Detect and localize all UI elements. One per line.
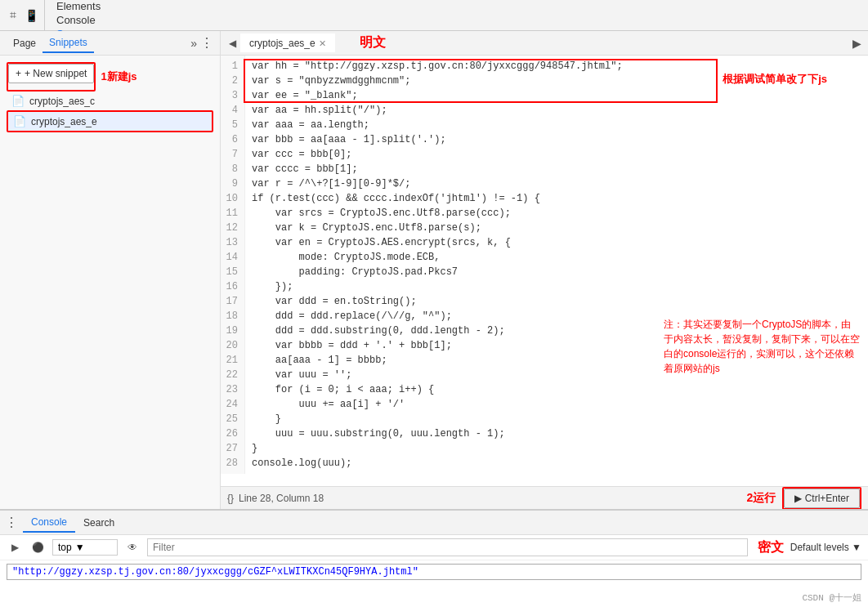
code-line-13: var en = CryptoJS.AES.encrypt(srcs, k, {: [252, 235, 861, 250]
annotation-miwen: 密文: [758, 539, 784, 556]
snippet-item-cryptojs_aes_e[interactable]: 📄cryptojs_aes_e: [7, 110, 213, 132]
code-line-27: }: [252, 441, 861, 456]
code-area: ◀ cryptojs_aes_e ✕ 明文 ▶ 根据调试简单改了下js 1234…: [221, 31, 868, 509]
sidebar-tab-snippets[interactable]: Snippets: [43, 33, 94, 53]
sidebar-more-icon[interactable]: »: [190, 37, 197, 50]
code-line-15: padding: CryptoJS.pad.Pkcs7: [252, 265, 861, 279]
annotation-2run: 2运行: [747, 491, 776, 506]
line-number-21: 21: [224, 353, 238, 368]
console-output-line: "http://ggzy.xzsp.tj.gov.cn:80/jyxxcggg/…: [7, 564, 861, 580]
code-position-label: Line 28, Column 18: [239, 493, 324, 504]
chevron-down-icon: ▼: [75, 542, 85, 553]
console-tab-bar: ⋮ Console Search: [0, 511, 868, 535]
sidebar-tab-bar: Page Snippets » ⋮: [0, 31, 220, 56]
line-number-27: 27: [224, 441, 238, 456]
line-number-16: 16: [224, 279, 238, 294]
line-number-19: 19: [224, 324, 238, 338]
snippet-name-label: cryptojs_aes_e: [31, 116, 97, 127]
code-tab-prev-btn[interactable]: ◀: [224, 35, 240, 51]
line-number-28: 28: [224, 456, 238, 471]
toolbar-tab-console[interactable]: Console: [45, 14, 128, 28]
sidebar-menu-icon[interactable]: ⋮: [200, 35, 213, 51]
console-eye-icon[interactable]: 👁: [124, 539, 141, 556]
console-filter-input[interactable]: [147, 538, 748, 556]
console-context-select[interactable]: top ▼: [52, 539, 118, 556]
code-line-7: var ccc = bbb[0];: [252, 147, 861, 162]
snippet-list: 📄cryptojs_aes_c📄cryptojs_aes_e: [7, 91, 213, 132]
code-line-23: for (i = 0; i < aaa; i++) {: [252, 382, 861, 397]
toolbar-tabs: ElementsConsoleSourcesNetworkPerformance…: [45, 0, 128, 30]
console-tab-search[interactable]: Search: [75, 514, 123, 532]
line-number-11: 11: [224, 206, 238, 221]
line-number-18: 18: [224, 309, 238, 324]
code-tab-scroll-right-btn[interactable]: ▶: [848, 35, 865, 51]
line-number-10: 10: [224, 191, 238, 206]
code-line-12: var k = CryptoJS.enc.Utf8.parse(s);: [252, 221, 861, 235]
code-line-8: var cccc = bbb[1];: [252, 162, 861, 176]
line-number-4: 4: [224, 103, 238, 118]
inspect-icon[interactable]: ⌗: [7, 9, 20, 22]
line-number-6: 6: [224, 132, 238, 147]
code-tab-close-icon[interactable]: ✕: [319, 38, 326, 49]
code-line-10: if (r.test(ccc) && cccc.indexOf('jhtml')…: [252, 191, 861, 206]
line-number-9: 9: [224, 176, 238, 191]
run-button[interactable]: ▶ Ctrl+Enter: [784, 489, 860, 508]
line-number-12: 12: [224, 221, 238, 235]
console-output: "http://ggzy.xzsp.tj.gov.cn:80/jyxxcggg/…: [0, 560, 868, 607]
devtools-toolbar: ⌗ 📱 ElementsConsoleSourcesNetworkPerform…: [0, 0, 868, 31]
code-line-18: ddd = ddd.replace(/\//g, "^");: [252, 309, 861, 324]
code-braces-icon: {}: [227, 493, 234, 504]
code-tab-bar: ◀ cryptojs_aes_e ✕ 明文 ▶: [221, 31, 868, 56]
code-line-6: var bbb = aa[aaa - 1].split('.');: [252, 132, 861, 147]
toolbar-tab-elements[interactable]: Elements: [45, 0, 128, 14]
console-exec-icon[interactable]: ▶: [7, 539, 23, 556]
code-line-20: var bbbb = ddd + '.' + bbb[1];: [252, 338, 861, 353]
line-number-7: 7: [224, 147, 238, 162]
line-number-15: 15: [224, 265, 238, 279]
sidebar: Page Snippets » ⋮ + + New snippet 1新建js …: [0, 31, 221, 509]
code-bottom-bar: {} Line 28, Column 18 2运行 ▶ Ctrl+Enter: [221, 486, 868, 509]
code-line-1: var hh = "http://ggzy.xzsp.tj.gov.cn:80/…: [252, 59, 861, 74]
annotation-1js: 1新建js: [101, 69, 136, 84]
snippet-item-cryptojs_aes_c[interactable]: 📄cryptojs_aes_c: [7, 91, 213, 110]
snippet-name-label: cryptojs_aes_c: [29, 96, 95, 107]
console-menu-icon[interactable]: ⋮: [3, 515, 20, 531]
code-line-2: var s = "qnbyzzwmdgghmcnm";: [252, 74, 861, 88]
line-number-5: 5: [224, 118, 238, 132]
code-line-14: mode: CryptoJS.mode.ECB,: [252, 250, 861, 265]
code-line-24: uuu += aa[i] + '/': [252, 397, 861, 412]
sidebar-tab-page[interactable]: Page: [7, 34, 43, 52]
code-line-25: }: [252, 412, 861, 426]
line-number-24: 24: [224, 397, 238, 412]
console-levels-dropdown[interactable]: Default levels ▼: [790, 542, 861, 553]
device-icon[interactable]: 📱: [25, 9, 38, 22]
line-number-3: 3: [224, 88, 238, 103]
code-line-19: ddd = ddd.substring(0, ddd.length - 2);: [252, 324, 861, 338]
new-snippet-button[interactable]: + + New snippet: [8, 64, 94, 83]
line-number-17: 17: [224, 294, 238, 309]
code-tab-label: cryptojs_aes_e: [249, 38, 315, 49]
console-tab-console[interactable]: Console: [23, 513, 75, 533]
code-editor[interactable]: 根据调试简单改了下js 1234567891011121314151617181…: [221, 56, 868, 486]
line-numbers: 1234567891011121314151617181920212223242…: [221, 56, 245, 474]
line-number-14: 14: [224, 250, 238, 265]
console-section: ⋮ Console Search ▶ ⚫ top ▼ 👁 密文 Default …: [0, 509, 868, 607]
csdn-watermark: CSDN @十一姐: [802, 591, 861, 604]
code-line-4: var aa = hh.split("/");: [252, 103, 861, 118]
line-number-1: 1: [224, 59, 238, 74]
code-content[interactable]: var hh = "http://ggzy.xzsp.tj.gov.cn:80/…: [245, 56, 868, 474]
line-number-8: 8: [224, 162, 238, 176]
code-lines: 1234567891011121314151617181920212223242…: [221, 56, 868, 474]
console-stop-icon[interactable]: ⚫: [29, 539, 46, 556]
code-line-22: var uuu = '';: [252, 368, 861, 382]
code-line-16: });: [252, 279, 861, 294]
code-line-17: var ddd = en.toString();: [252, 294, 861, 309]
new-snippet-label: + New snippet: [25, 68, 87, 79]
code-tab-cryptojs-aes-e[interactable]: cryptojs_aes_e ✕: [240, 33, 335, 52]
annotation-mingwen: 明文: [360, 34, 386, 51]
toolbar-icons: ⌗ 📱: [0, 0, 45, 30]
plus-icon: +: [16, 68, 21, 79]
line-number-20: 20: [224, 338, 238, 353]
code-line-26: uuu = uuu.substring(0, uuu.length - 1);: [252, 426, 861, 441]
sidebar-content: + + New snippet 1新建js 📄cryptojs_aes_c📄cr…: [0, 56, 220, 509]
